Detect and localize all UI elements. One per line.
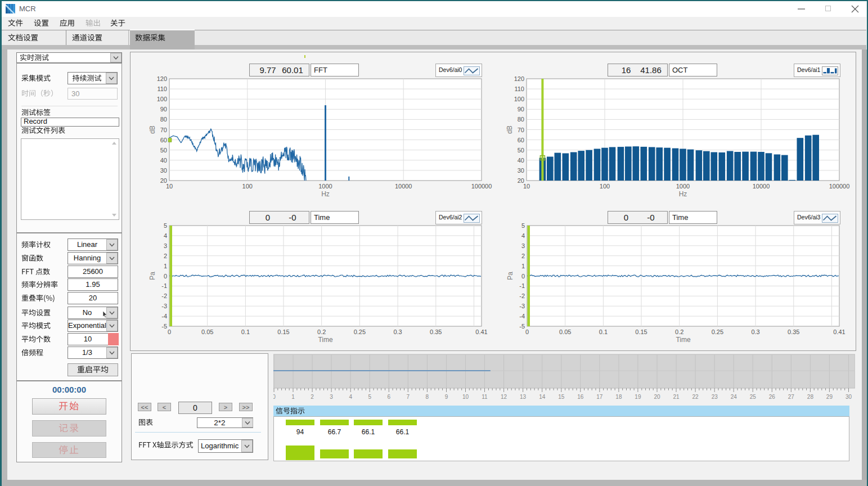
svg-text:9: 9 bbox=[445, 394, 448, 400]
svg-text:100000: 100000 bbox=[829, 183, 850, 190]
svg-text:50: 50 bbox=[518, 147, 524, 154]
svg-text:10000: 10000 bbox=[753, 183, 770, 190]
svg-text:0.25: 0.25 bbox=[712, 328, 723, 335]
svg-text:10: 10 bbox=[523, 183, 530, 190]
svg-text:80: 80 bbox=[518, 116, 524, 123]
svg-text:70: 70 bbox=[160, 127, 167, 133]
svg-text:dB: dB bbox=[506, 125, 514, 134]
svg-text:80: 80 bbox=[160, 116, 167, 123]
svg-text:0: 0 bbox=[521, 273, 525, 280]
svg-text:100000: 100000 bbox=[471, 183, 492, 190]
svg-text:40: 40 bbox=[518, 157, 524, 164]
svg-text:16: 16 bbox=[577, 394, 584, 400]
svg-text:2: 2 bbox=[311, 394, 314, 400]
svg-text:10: 10 bbox=[462, 394, 469, 400]
svg-text:1000: 1000 bbox=[318, 183, 332, 190]
svg-text:40: 40 bbox=[160, 157, 167, 164]
svg-text:3: 3 bbox=[164, 242, 167, 249]
svg-text:-4: -4 bbox=[519, 313, 525, 320]
svg-text:0.1: 0.1 bbox=[599, 328, 608, 335]
svg-text:5: 5 bbox=[521, 222, 525, 229]
svg-text:-1: -1 bbox=[161, 282, 167, 289]
svg-text:100: 100 bbox=[514, 96, 524, 102]
svg-text:60: 60 bbox=[518, 137, 524, 143]
svg-text:2: 2 bbox=[521, 253, 525, 259]
svg-text:30: 30 bbox=[160, 167, 167, 174]
svg-text:0.3: 0.3 bbox=[751, 328, 759, 335]
svg-text:28: 28 bbox=[807, 394, 814, 400]
svg-text:0.3: 0.3 bbox=[393, 328, 402, 335]
svg-text:18: 18 bbox=[615, 394, 622, 400]
svg-text:0: 0 bbox=[168, 328, 171, 335]
svg-text:Pa: Pa bbox=[506, 272, 514, 280]
svg-text:27: 27 bbox=[788, 394, 795, 400]
svg-text:1: 1 bbox=[291, 394, 295, 400]
svg-text:8: 8 bbox=[426, 394, 429, 400]
svg-text:70: 70 bbox=[518, 127, 524, 133]
svg-text:100: 100 bbox=[242, 183, 253, 190]
svg-text:100: 100 bbox=[600, 183, 610, 190]
svg-text:30: 30 bbox=[845, 394, 852, 400]
svg-text:29: 29 bbox=[826, 394, 833, 400]
svg-text:14: 14 bbox=[539, 394, 546, 400]
svg-text:0.15: 0.15 bbox=[277, 328, 289, 335]
svg-text:-5: -5 bbox=[519, 323, 525, 330]
svg-text:4: 4 bbox=[349, 394, 352, 400]
svg-text:-1: -1 bbox=[519, 282, 525, 289]
svg-text:90: 90 bbox=[160, 106, 167, 112]
svg-text:1: 1 bbox=[164, 263, 167, 269]
svg-text:0.2: 0.2 bbox=[317, 328, 326, 335]
svg-text:-2: -2 bbox=[519, 292, 525, 299]
svg-text:1: 1 bbox=[521, 263, 525, 269]
svg-text:3: 3 bbox=[521, 242, 525, 249]
svg-text:50: 50 bbox=[160, 147, 167, 154]
svg-text:10000: 10000 bbox=[395, 183, 412, 190]
svg-text:Pa: Pa bbox=[149, 272, 156, 280]
svg-text:30: 30 bbox=[518, 167, 524, 174]
svg-text:21: 21 bbox=[673, 394, 680, 400]
svg-text:3: 3 bbox=[330, 394, 333, 400]
svg-text:dB: dB bbox=[149, 125, 156, 134]
svg-text:13: 13 bbox=[520, 394, 527, 400]
svg-text:Hz: Hz bbox=[321, 190, 330, 198]
svg-text:0.41: 0.41 bbox=[833, 328, 845, 335]
svg-text:4: 4 bbox=[521, 232, 525, 239]
svg-text:15: 15 bbox=[558, 394, 565, 400]
svg-text:10: 10 bbox=[166, 183, 173, 190]
svg-text:-5: -5 bbox=[161, 323, 167, 330]
svg-text:4: 4 bbox=[164, 232, 167, 239]
svg-text:6: 6 bbox=[388, 394, 391, 400]
svg-text:100: 100 bbox=[157, 96, 167, 102]
svg-text:0.2: 0.2 bbox=[675, 328, 683, 335]
svg-text:0.35: 0.35 bbox=[430, 328, 442, 335]
svg-text:17: 17 bbox=[596, 394, 603, 400]
svg-text:22: 22 bbox=[692, 394, 699, 400]
svg-text:Hz: Hz bbox=[679, 190, 687, 198]
svg-text:110: 110 bbox=[157, 86, 167, 92]
svg-text:Time: Time bbox=[676, 336, 691, 344]
svg-text:12: 12 bbox=[501, 394, 507, 400]
svg-text:5: 5 bbox=[368, 394, 371, 400]
svg-text:0.05: 0.05 bbox=[201, 328, 213, 335]
svg-text:25: 25 bbox=[750, 394, 757, 400]
svg-text:-3: -3 bbox=[161, 303, 167, 309]
svg-text:19: 19 bbox=[635, 394, 641, 400]
svg-text:0.1: 0.1 bbox=[241, 328, 250, 335]
svg-text:0.25: 0.25 bbox=[354, 328, 366, 335]
svg-text:0: 0 bbox=[525, 328, 529, 335]
svg-text:0.35: 0.35 bbox=[788, 328, 799, 335]
svg-text:0.05: 0.05 bbox=[559, 328, 571, 335]
svg-text:90: 90 bbox=[518, 106, 524, 112]
svg-text:110: 110 bbox=[514, 86, 524, 92]
svg-text:1000: 1000 bbox=[676, 183, 690, 190]
svg-text:Time: Time bbox=[318, 336, 333, 344]
svg-text:-3: -3 bbox=[519, 303, 525, 309]
svg-text:5: 5 bbox=[164, 222, 167, 229]
svg-text:-2: -2 bbox=[161, 292, 167, 299]
svg-text:60: 60 bbox=[160, 137, 167, 143]
svg-text:0.15: 0.15 bbox=[635, 328, 647, 335]
svg-text:0.41: 0.41 bbox=[475, 328, 487, 335]
svg-text:2: 2 bbox=[164, 253, 167, 259]
svg-text:23: 23 bbox=[712, 394, 718, 400]
svg-text:-4: -4 bbox=[161, 313, 167, 320]
